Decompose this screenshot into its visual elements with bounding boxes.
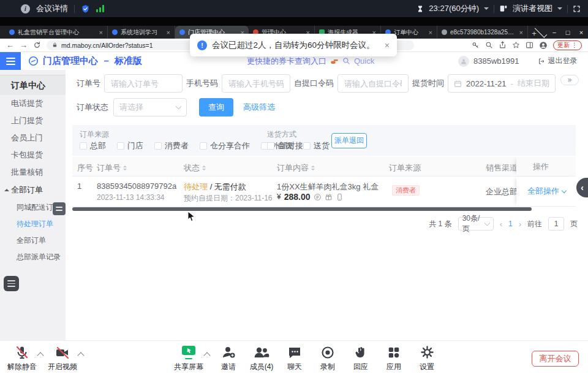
page-unit-label: 页: [570, 219, 578, 229]
browser-menu-icon[interactable]: ⋮: [571, 42, 578, 48]
sidebar-subitem-pending-orders[interactable]: 待处理订单: [0, 216, 66, 232]
browser-tab[interactable]: e8c573980b1328a258fd2e6f8×: [437, 26, 528, 39]
tab-search-icon[interactable]: [535, 25, 548, 38]
share-active-indicator: [185, 358, 192, 359]
checkbox-hq[interactable]: 总部: [80, 140, 106, 151]
phone-input[interactable]: [222, 74, 290, 93]
page-size-select[interactable]: 30条/页: [458, 217, 494, 231]
password-key-icon[interactable]: [472, 41, 480, 49]
sidebar-item-batch-verify[interactable]: 批量核销: [0, 164, 66, 181]
quick-link[interactable]: Quick: [354, 56, 374, 66]
toast-close-icon[interactable]: ×: [385, 40, 390, 50]
back-icon[interactable]: ←: [6, 41, 14, 49]
sort-icon[interactable]: [123, 166, 127, 170]
sidebar-item-door-pickup[interactable]: 上门提货: [0, 112, 66, 129]
view-mode-label[interactable]: 演讲者视图: [513, 3, 552, 14]
tab-close-icon[interactable]: ×: [99, 29, 103, 36]
checkbox-self-pickup[interactable]: 自提: [267, 140, 293, 151]
reload-icon[interactable]: [33, 41, 41, 49]
sidebar-drag-handle[interactable]: [53, 202, 66, 215]
order-status-select[interactable]: 请选择: [113, 98, 187, 116]
cell-pickup-date: 预约自提日期：2023-11-16: [184, 193, 273, 204]
record-icon: [320, 345, 335, 360]
advanced-filter-link[interactable]: 高级筛选: [243, 102, 275, 113]
chrome-update-button[interactable]: 更新 ⋮: [553, 40, 582, 50]
start-video-button[interactable]: 开启视频: [43, 344, 82, 372]
meeting-info-icon[interactable]: i: [21, 4, 30, 13]
receipt-icon[interactable]: [314, 193, 322, 201]
leave-meeting-button[interactable]: 离开会议: [532, 351, 579, 367]
checkbox-warehouse-share[interactable]: 仓分享合作: [200, 140, 250, 151]
fullscreen-icon[interactable]: [573, 5, 581, 13]
current-page[interactable]: 1: [508, 219, 513, 228]
cell-status: 待处理 / 无需付款: [184, 181, 246, 193]
settings-button[interactable]: 设置: [407, 344, 447, 372]
sidebar-section-order-center[interactable]: 订单中心: [0, 75, 66, 95]
security-shield-icon[interactable]: [81, 4, 90, 13]
pickup-code-input[interactable]: [337, 74, 409, 93]
bookmark-star-icon[interactable]: [512, 41, 520, 49]
share-screen-button[interactable]: 共享屏幕: [169, 344, 208, 372]
unmute-button[interactable]: 解除静音: [2, 344, 42, 372]
checkbox-consumer[interactable]: 消费者: [154, 140, 189, 151]
sidebar-item-phone-pickup[interactable]: 电话提货: [0, 95, 66, 112]
browser-tab[interactable]: 系统培训学习×: [108, 26, 175, 39]
checkbox-store[interactable]: 门店: [117, 140, 143, 151]
window-minimize-button[interactable]: −: [548, 29, 561, 36]
sort-icon[interactable]: [202, 166, 206, 170]
user-avatar[interactable]: [458, 56, 469, 67]
chevron-down-icon: [562, 188, 567, 193]
toast-message: 会议已超过2人，自动转为60分钟限时会议。: [212, 40, 375, 51]
floating-menu-widget[interactable]: [4, 276, 19, 291]
side-panel-icon[interactable]: [526, 41, 533, 49]
next-page-button[interactable]: ›: [519, 219, 521, 229]
toast-info-icon: !: [197, 40, 207, 50]
table-horizontal-scrollbar[interactable]: [72, 207, 532, 211]
url-text: md.maboy.cn/AllOrder?status=1: [61, 42, 153, 49]
phone-icon[interactable]: [336, 193, 344, 201]
view-dropdown-icon[interactable]: [557, 7, 562, 12]
logout-button[interactable]: 退出登录: [538, 56, 577, 66]
forward-icon[interactable]: →: [20, 41, 28, 49]
meeting-details-label[interactable]: 会议详情: [36, 3, 68, 14]
goto-label: 前往: [527, 219, 542, 229]
network-signal-icon[interactable]: [96, 5, 104, 12]
timer-dropdown-icon[interactable]: [484, 7, 489, 12]
col-actions: 操作: [516, 157, 576, 176]
meeting-window: i 会议详情 23:27(60分钟) 演讲者视图 礼盒营销平台管理中心× 系统培…: [0, 0, 588, 374]
goto-page-input[interactable]: [548, 217, 564, 231]
tab-close-icon[interactable]: ×: [519, 29, 523, 36]
promo-link[interactable]: 更快捷的券卡查询入口: [247, 56, 326, 67]
lock-icon: [52, 42, 58, 48]
sidebar-item-member-visit[interactable]: 会员上门: [0, 129, 66, 147]
total-count: 共 1 条: [429, 219, 451, 229]
checkbox-delivery[interactable]: 送货: [303, 140, 330, 151]
panel-collapse-button[interactable]: »: [560, 75, 579, 85]
search-button[interactable]: 查询: [199, 98, 233, 116]
camera-off-icon: [55, 345, 70, 360]
gift-icon[interactable]: [325, 193, 333, 201]
profile-avatar-icon[interactable]: [539, 41, 548, 50]
settings-gear-icon: [420, 345, 434, 359]
sidebar-subitem-all-orders[interactable]: 全部订单: [0, 232, 66, 249]
all-actions-dropdown[interactable]: 全部操作: [527, 186, 566, 197]
menu-hamburger-button[interactable]: [0, 52, 21, 70]
dispatch-return-button[interactable]: 派单退回: [331, 133, 367, 148]
sidebar-item-all-orders-group[interactable]: 全部订单: [0, 181, 66, 199]
browser-tab[interactable]: 礼盒营销平台管理中心×: [5, 26, 108, 39]
order-no-input[interactable]: [104, 74, 183, 93]
sidebar-item-card-pickup[interactable]: 卡包提货: [0, 147, 66, 164]
window-maximize-button[interactable]: □: [561, 29, 575, 36]
sort-icon[interactable]: [311, 166, 315, 170]
tab-close-icon[interactable]: ×: [429, 29, 432, 36]
speaker-view-icon: [499, 4, 508, 13]
date-range-picker[interactable]: 2022-11-21 - 结束日期: [448, 74, 556, 93]
cell-order-time: 2023-11-13 14:33:34: [97, 193, 165, 202]
tab-close-icon[interactable]: ×: [167, 29, 170, 36]
share-icon[interactable]: [499, 41, 507, 49]
start-date-value: 2022-11-21: [466, 79, 507, 88]
zoom-icon[interactable]: [485, 41, 493, 49]
window-close-button[interactable]: ×: [575, 29, 588, 36]
sidebar-subitem-hq-dispatch-log[interactable]: 总部派单记录: [0, 249, 66, 265]
prev-page-button[interactable]: ‹: [500, 219, 502, 229]
